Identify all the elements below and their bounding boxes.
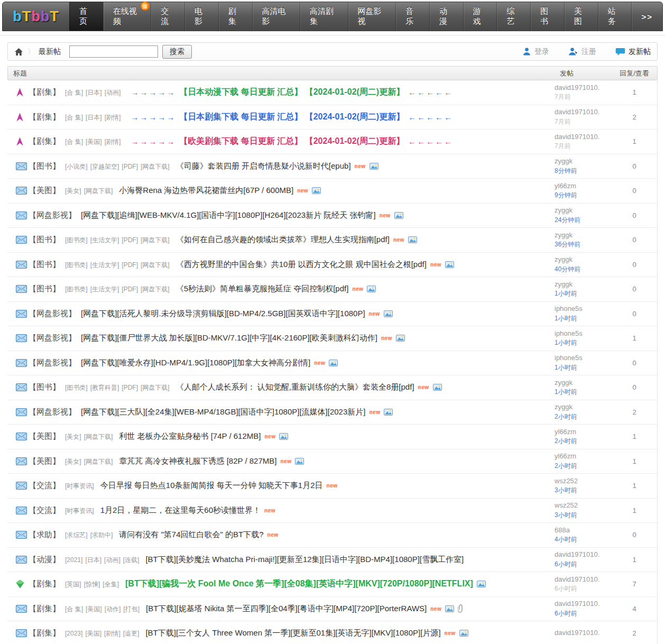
thread-title-link[interactable]: [网盘下载][三大队][全24集][WEB-MP4/18GB][国语中字]108… (81, 407, 365, 417)
tag-link[interactable]: [PDF] (122, 286, 138, 293)
tag-link[interactable]: [求综艺] (65, 531, 88, 539)
row-category[interactable]: 【剧集】 (29, 604, 60, 614)
nav-tab[interactable]: 在线视频爆 (103, 2, 151, 31)
row-category[interactable]: 【求助】 (29, 530, 60, 540)
post-time[interactable]: 3小时前 (555, 511, 612, 520)
image-icon[interactable] (459, 630, 468, 637)
image-icon[interactable] (408, 236, 417, 243)
thread-title-link[interactable]: 【欧美剧集下载 每日更新 汇总】 【2024-01-02(周二)更新】 (179, 136, 404, 147)
tag-link[interactable]: [时事资讯] (65, 482, 94, 490)
thread-title-link[interactable]: [BT下载][三个女人 Three Women 第一季][更新至01集][英语无… (145, 628, 440, 638)
nav-tab[interactable]: >> (631, 2, 662, 31)
tag-link[interactable]: [生活文学] (90, 261, 119, 269)
thread-title-link[interactable]: 请问有没有 "第74回红白歌会" 的BT下载? (119, 530, 263, 540)
tag-link[interactable]: [剧情] (105, 138, 121, 145)
tag-link[interactable]: [网盘下载] (84, 458, 113, 465)
image-icon[interactable] (396, 335, 405, 342)
row-category[interactable]: 【剧集】 (29, 112, 60, 122)
post-time[interactable]: 3小时前 (555, 486, 612, 495)
post-time[interactable]: 2小时前 (555, 462, 612, 471)
author-name[interactable]: david1971010. (555, 599, 612, 609)
thread-title-link[interactable]: 《5秒法则》简单粗暴克服拖延症 夺回控制权[pdf] (176, 284, 349, 294)
tag-link[interactable]: [惊悚] (84, 581, 100, 588)
image-icon[interactable] (384, 409, 393, 416)
author-name[interactable]: david1971010. (555, 132, 612, 142)
row-category[interactable]: 【网盘影视】 (29, 358, 76, 368)
nav-tab[interactable]: 动漫 (429, 2, 463, 31)
nav-tab[interactable]: 游戏 (463, 2, 497, 31)
image-icon[interactable] (329, 360, 338, 366)
author-name[interactable]: zyggk (555, 402, 612, 412)
tag-link[interactable]: [网盘下载] (141, 236, 170, 244)
register-link[interactable]: 注册 (568, 47, 596, 57)
tag-link[interactable]: [剧情] (104, 630, 121, 637)
nav-tab[interactable]: 音乐 (395, 2, 429, 31)
post-time[interactable]: 6小时前 (555, 560, 612, 569)
thread-title-link[interactable]: 《人邮个人成长系列： 认知觉醒,重新训练你的大脑》套装全8册[pdf] (176, 382, 414, 392)
tag-link[interactable]: [穿越架空] (90, 163, 119, 170)
author-name[interactable]: david1971010. (555, 83, 612, 93)
tag-link[interactable]: [合 集] (65, 114, 83, 121)
tag-link[interactable]: [网盘下载] (141, 261, 170, 269)
row-category[interactable]: 【图书】 (29, 235, 60, 245)
tag-link[interactable]: [教育科普] (90, 384, 119, 391)
post-time[interactable]: 1小时前 (555, 289, 612, 298)
thread-title-link[interactable]: 今日早报 每日热点10条新闻简报 每天一分钟 知晓天下事1月2日 (100, 481, 323, 491)
tag-link[interactable]: [连载] (123, 556, 140, 564)
tag-link[interactable]: [合 集] (65, 138, 83, 145)
thread-title-link[interactable]: 《如何在自己感兴趣的领域出类拔萃》理想人生实现指南[pdf] (176, 235, 390, 245)
author-name[interactable]: yl66zm (555, 181, 612, 191)
author-name[interactable]: wsz252 (555, 476, 612, 486)
tag-link[interactable]: [英国] (65, 581, 81, 588)
author-name[interactable]: zyggk (555, 255, 612, 265)
tag-link[interactable]: [图书类] (65, 286, 88, 293)
thread-title-link[interactable]: 【日本动漫下载 每日更新 汇总】 【2024-01-02(周二)更新】 (179, 87, 404, 98)
post-time[interactable]: 7月前 (555, 93, 612, 102)
post-time[interactable]: 2小时前 (555, 412, 612, 421)
nav-tab[interactable]: 电影 (184, 2, 218, 31)
row-category[interactable]: 【剧集】 (29, 136, 60, 146)
post-time[interactable]: 6小时前 (555, 584, 612, 593)
author-name[interactable]: zyggk (555, 231, 612, 241)
thread-title-link[interactable]: [网盘下载][活死人黎明.未分级导演剪辑版][BD-MP4/2.5GB][国英双… (81, 309, 365, 319)
row-category[interactable]: 【交流】 (29, 505, 60, 516)
author-name[interactable]: david1971010. (555, 575, 612, 585)
tag-link[interactable]: [网盘下载] (84, 433, 113, 440)
home-icon[interactable] (14, 48, 23, 56)
image-icon[interactable] (477, 581, 486, 587)
nav-tab[interactable]: 高清电影 (252, 2, 300, 31)
tag-link[interactable]: [2021] (65, 556, 82, 564)
thread-title-link[interactable]: 【日本剧集下载 每日更新 汇总】 【2024-01-02(周二)更新】 (179, 112, 404, 123)
tag-link[interactable]: [美女] (65, 458, 81, 465)
tag-link[interactable]: [网盘下载] (84, 187, 113, 195)
nav-tab[interactable]: 首页 (69, 2, 103, 31)
tag-link[interactable]: [网盘下载] (141, 384, 170, 391)
thread-title-link[interactable]: [网盘下载][追缉][WEB-MKV/4.1G][国语中字][1080P][H2… (81, 210, 376, 220)
tag-link[interactable]: [美女] (65, 187, 81, 195)
image-icon[interactable] (445, 261, 454, 268)
image-icon[interactable] (384, 310, 393, 317)
post-time[interactable]: 1小时前 (555, 338, 612, 347)
row-category[interactable]: 【美图】 (29, 431, 60, 441)
tag-link[interactable]: [打包] (123, 605, 140, 613)
row-category[interactable]: 【美图】 (29, 456, 60, 466)
tag-link[interactable]: [美国] (86, 605, 102, 613)
row-category[interactable]: 【网盘影视】 (29, 210, 76, 220)
tag-link[interactable]: [美国] (86, 138, 102, 145)
post-time[interactable]: 7月前 (555, 142, 612, 151)
author-name[interactable]: yl66zm (555, 452, 612, 462)
author-name[interactable]: david1971010. (555, 628, 612, 638)
author-name[interactable]: zyggk (555, 280, 612, 290)
thread-title-link[interactable]: [BT下载][美妙魔法 Whatcha Pri-maji!][更新至12集][日… (145, 555, 464, 565)
tag-link[interactable]: [合 集] (65, 605, 83, 613)
thread-title-link[interactable]: [BT下载][骗我一次 Fool Me Once 第一季][全08集][英语中字… (125, 578, 473, 590)
tag-link[interactable]: [图书类] (65, 261, 88, 269)
tag-link[interactable]: [网盘下载] (141, 163, 170, 170)
post-time[interactable]: 24分钟前 (555, 216, 612, 225)
post-time[interactable]: 40分钟前 (555, 265, 612, 274)
tag-link[interactable]: [时事资讯] (65, 507, 94, 514)
tag-link[interactable]: [日本] (86, 89, 102, 96)
tag-link[interactable]: [剧情] (105, 114, 121, 121)
post-time[interactable]: 8分钟前 (555, 167, 612, 176)
tag-link[interactable]: [PDF] (122, 384, 138, 391)
